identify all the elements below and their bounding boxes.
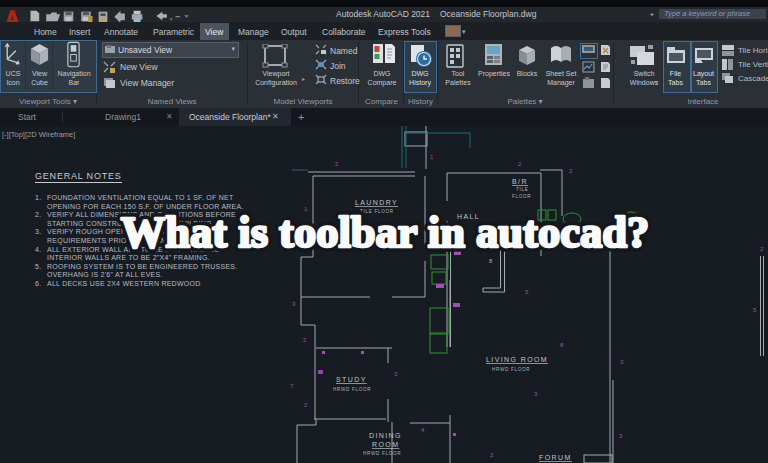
svg-text:What is toolbar in autocad?: What is toolbar in autocad? <box>121 207 649 257</box>
